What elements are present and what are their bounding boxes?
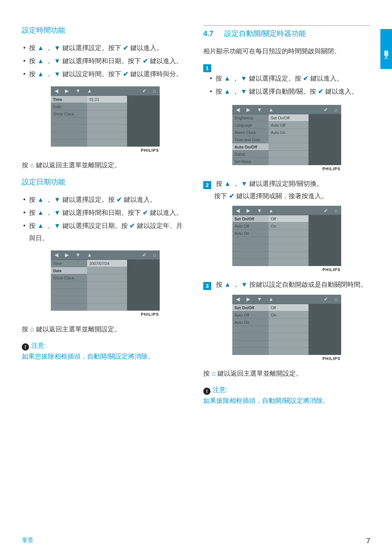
check-icon: ✔ — [117, 196, 122, 203]
page-number: 7 — [366, 537, 370, 545]
menu-row: Dafult — [232, 151, 269, 158]
menu-row — [51, 139, 87, 147]
check-icon: ✔ — [324, 107, 328, 113]
device-screenshot-time: ◀▶▼▲✔⌂TimeDateShow Clock01:21PHILIPS — [51, 86, 160, 152]
text: ， — [44, 209, 54, 216]
value-row: Auto Off — [269, 122, 309, 129]
menu-row: Date — [51, 103, 87, 110]
list-item: 按 ▲ ， ▼ 鍵以選擇設定日期。按 ✔ 鍵以設定年、月與日。 — [22, 220, 189, 244]
value-row — [269, 158, 309, 165]
menu-row: Time and Date — [232, 136, 269, 143]
menu-column: Set On/OffAuto OffAuto On — [232, 304, 269, 355]
menu-column: BrightnessLanguageAlarm ClockTime and Da… — [232, 114, 269, 165]
brand-label: PHILIPS — [232, 355, 341, 361]
list-item: 按 ▲ ， ▼ 鍵以選擇時間和日期。按下 ✔ 鍵以進入。 — [22, 207, 189, 219]
brand-label: PHILIPS — [51, 147, 160, 152]
menu-row — [232, 259, 269, 266]
home-icon: ⌂ — [30, 162, 34, 169]
device-toolbar: ◀▶▼▲✔⌂ — [232, 206, 341, 215]
step-badge: 2 — [203, 181, 211, 189]
check-icon: ✔ — [303, 75, 309, 82]
left-icon: ◀ — [236, 107, 240, 113]
right-column: 4.7設定自動開/關定時器功能 相片顯示功能可在每日預設的時間開啟與關閉。 1 … — [203, 25, 370, 413]
value-row — [269, 151, 309, 158]
up-icon: ▲ — [224, 75, 230, 82]
intro-text: 相片顯示功能可在每日預設的時間開啟與關閉。 — [203, 45, 370, 57]
value-column: 01:21 — [87, 96, 127, 147]
note-body: 如果您拔除相框插頭，自動開/關設定將消除。 — [22, 351, 189, 362]
down-icon: ▼ — [54, 209, 61, 216]
value-row: Auto On — [269, 129, 309, 136]
value-row — [87, 103, 127, 110]
section-number: 4.7 — [203, 29, 213, 37]
menu-row: Auto On — [232, 319, 269, 326]
text: 鍵以選擇設定。按 — [61, 196, 117, 203]
list-item: 按 ▲ ， ▼ 鍵以選擇設定。按 ✔ 鍵以進入。 — [22, 193, 189, 206]
value-column: Set On/OffAuto OffAuto On — [269, 114, 309, 165]
menu-row — [51, 303, 87, 311]
preview-column — [309, 304, 341, 355]
text: ， — [230, 88, 241, 95]
text: 鍵以選擇設定。按 — [247, 75, 303, 82]
down-icon: ▼ — [54, 196, 61, 203]
value-row — [87, 296, 127, 303]
step-1: 1 按 ▲ ， ▼ 鍵以選擇設定。按 ✔ 鍵以進入。 按 ▲ ， ▼ 鍵以選擇自… — [203, 63, 370, 171]
check-icon: ✔ — [324, 296, 328, 302]
text: 鍵以選擇時與分。 — [128, 70, 183, 78]
text: 鍵以返回主選單並離開設定。 — [34, 326, 121, 333]
right-icon: ▶ — [246, 107, 250, 113]
text: 按 — [22, 162, 30, 169]
check-icon: ✔ — [318, 88, 323, 95]
check-icon: ✔ — [324, 208, 328, 213]
check-icon: ✔ — [142, 252, 147, 258]
value-row: 2007/07/24 — [87, 260, 127, 267]
brand-label: PHILIPS — [51, 311, 160, 316]
down-icon: ▼ — [75, 88, 81, 94]
down-icon: ▼ — [241, 88, 247, 95]
text: 鍵以設定時間。按下 — [61, 70, 123, 78]
date-steps-list: 按 ▲ ， ▼ 鍵以選擇設定。按 ✔ 鍵以進入。 按 ▲ ， ▼ 鍵以選擇時間和… — [22, 193, 189, 245]
value-column: 2007/07/24 — [87, 260, 127, 311]
text: 按 — [216, 75, 224, 82]
menu-row: Show Clock — [51, 110, 87, 118]
text: ， — [231, 180, 241, 187]
device-body: TimeDateShow Clock01:21 — [51, 96, 160, 147]
menu-row: Time — [51, 260, 87, 267]
up-icon: ▲ — [37, 196, 44, 203]
list-item: 按 ▲ ， ▼ 鍵以選擇設定。按 ✔ 鍵以進入。 — [208, 72, 361, 85]
text: 按 — [22, 326, 30, 333]
menu-row: Time — [51, 96, 87, 103]
value-row — [87, 274, 127, 282]
text: 按 — [29, 57, 37, 65]
text: 按 — [29, 222, 37, 229]
value-row — [87, 303, 127, 311]
left-icon: ◀ — [54, 252, 58, 258]
text: ， — [44, 44, 54, 52]
menu-row — [232, 333, 269, 340]
text: ， — [44, 57, 54, 65]
preview-column — [127, 96, 160, 147]
down-icon: ▼ — [257, 107, 262, 113]
down-icon: ▼ — [54, 57, 61, 65]
menu-row — [51, 296, 87, 303]
device-screenshot-date: ◀▶▼▲✔⌂TimeDateShow Clock2007/07/24PHILIP… — [51, 250, 160, 316]
home-icon: ⌂ — [335, 208, 338, 213]
value-row — [269, 252, 309, 259]
step-3: 3 按 ▲ ， ▼ 按鍵以設定自動開啟或是自動關閉時間。 ◀▶▼▲✔⌂Set O… — [203, 278, 370, 360]
value-column: OffOn — [269, 304, 309, 355]
text: 鍵以返回主選單並離開設定。 — [216, 370, 302, 377]
menu-column: TimeDateShow Clock — [51, 260, 87, 311]
menu-row — [232, 252, 269, 259]
text: ， — [230, 75, 241, 82]
value-row: 01:21 — [87, 96, 127, 103]
check-icon: ✔ — [123, 44, 128, 52]
menu-row: Language — [232, 122, 269, 129]
down-icon: ▼ — [54, 70, 61, 78]
section-heading: 設定自動開/關定時器功能 — [224, 29, 306, 37]
menu-row: Show Clock — [51, 274, 87, 282]
device-toolbar: ◀▶▼▲✔⌂ — [232, 105, 341, 114]
value-row — [269, 326, 309, 333]
up-icon: ▲ — [269, 208, 274, 213]
return-text: 按 ⌂ 鍵以返回主選單並離開設定。 — [22, 323, 189, 335]
check-icon: ✔ — [123, 70, 128, 78]
